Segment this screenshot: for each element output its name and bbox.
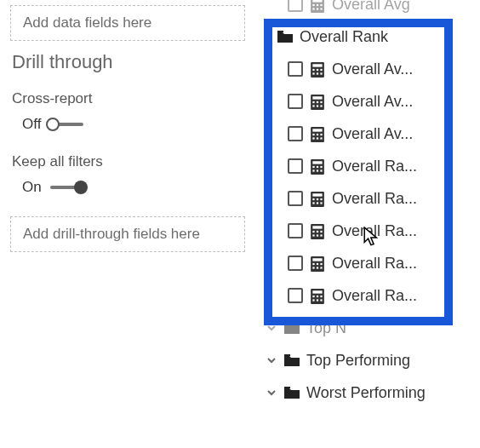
drill-through-dropzone[interactable]: Add drill-through fields here bbox=[10, 216, 245, 252]
drill-through-placeholder: Add drill-through fields here bbox=[23, 226, 200, 242]
svg-rect-47 bbox=[320, 202, 322, 204]
field-label: Overall Av... bbox=[332, 125, 413, 143]
svg-rect-22 bbox=[317, 105, 318, 106]
field-row[interactable]: Overall Ra... bbox=[262, 279, 473, 312]
field-row[interactable]: Overall Av... bbox=[262, 53, 473, 85]
svg-rect-57 bbox=[312, 258, 322, 261]
toggle-knob bbox=[74, 181, 88, 194]
svg-rect-70 bbox=[317, 299, 318, 301]
svg-rect-20 bbox=[320, 101, 322, 103]
svg-rect-58 bbox=[312, 263, 314, 265]
visualizations-pane-left: Add data fields here Drill through Cross… bbox=[0, 0, 255, 448]
checkbox[interactable] bbox=[288, 256, 303, 271]
field-label: Overall Av... bbox=[332, 93, 413, 111]
svg-rect-51 bbox=[317, 231, 318, 233]
cross-report-state-text: Off bbox=[22, 116, 41, 133]
checkbox[interactable] bbox=[288, 223, 303, 238]
folder-top-n[interactable]: Top N bbox=[262, 312, 473, 344]
toggle-knob bbox=[46, 118, 60, 131]
field-row-partial[interactable]: Overall Avg bbox=[262, 0, 473, 20]
checkbox[interactable] bbox=[288, 126, 303, 141]
svg-rect-33 bbox=[312, 161, 322, 164]
svg-rect-68 bbox=[320, 296, 322, 297]
field-row[interactable]: Overall Ra... bbox=[262, 215, 473, 247]
field-label: Overall Ra... bbox=[332, 222, 417, 240]
svg-rect-30 bbox=[317, 137, 318, 139]
svg-rect-3 bbox=[317, 4, 318, 6]
svg-rect-35 bbox=[317, 166, 318, 168]
checkbox[interactable] bbox=[288, 0, 303, 12]
calculator-icon bbox=[310, 224, 325, 238]
keep-all-filters-toggle[interactable]: On bbox=[22, 179, 245, 196]
svg-rect-12 bbox=[320, 69, 322, 71]
svg-rect-7 bbox=[320, 8, 322, 9]
svg-rect-60 bbox=[320, 263, 322, 265]
folder-label: Overall Rank bbox=[300, 28, 388, 46]
folder-overall-rank[interactable]: Overall Rank bbox=[262, 20, 473, 53]
svg-rect-38 bbox=[317, 169, 318, 171]
field-label: Overall Ra... bbox=[332, 255, 417, 273]
svg-rect-34 bbox=[312, 166, 314, 168]
svg-rect-11 bbox=[317, 69, 318, 71]
chevron-down-icon bbox=[266, 388, 277, 398]
checkbox[interactable] bbox=[288, 61, 303, 77]
svg-rect-67 bbox=[317, 296, 318, 297]
calculator-icon bbox=[310, 256, 325, 270]
svg-rect-39 bbox=[320, 169, 322, 171]
calculator-icon bbox=[310, 159, 325, 173]
folder-icon bbox=[277, 30, 293, 43]
field-label: Overall Ra... bbox=[332, 287, 417, 305]
folder-icon bbox=[284, 386, 300, 399]
calculator-icon bbox=[310, 289, 325, 302]
checkbox[interactable] bbox=[288, 158, 303, 174]
field-row[interactable]: Overall Av... bbox=[262, 118, 473, 150]
svg-rect-61 bbox=[312, 267, 314, 268]
checkbox[interactable] bbox=[288, 288, 303, 303]
svg-rect-71 bbox=[320, 299, 322, 301]
svg-rect-19 bbox=[317, 101, 318, 103]
chevron-down-icon bbox=[266, 355, 277, 365]
svg-rect-18 bbox=[312, 101, 314, 103]
folder-worst-performing[interactable]: Worst Performing bbox=[262, 376, 473, 409]
svg-rect-49 bbox=[312, 226, 322, 228]
data-fields-dropzone[interactable]: Add data fields here bbox=[10, 5, 245, 41]
svg-rect-41 bbox=[312, 193, 322, 196]
toggle-track bbox=[50, 186, 84, 189]
toggle-track bbox=[49, 123, 83, 126]
svg-rect-5 bbox=[312, 8, 314, 9]
svg-rect-65 bbox=[312, 290, 322, 293]
calculator-icon bbox=[310, 95, 325, 108]
field-row[interactable]: Overall Ra... bbox=[262, 182, 473, 215]
chevron-down-icon bbox=[266, 323, 277, 333]
svg-rect-6 bbox=[317, 8, 318, 9]
svg-rect-26 bbox=[312, 134, 314, 135]
svg-rect-15 bbox=[320, 72, 322, 74]
svg-rect-63 bbox=[320, 267, 322, 268]
svg-rect-53 bbox=[312, 234, 314, 236]
calculator-icon bbox=[310, 192, 325, 205]
checkbox[interactable] bbox=[288, 191, 303, 206]
svg-rect-1 bbox=[312, 0, 322, 3]
svg-rect-55 bbox=[320, 234, 322, 236]
svg-rect-69 bbox=[312, 299, 314, 301]
svg-rect-31 bbox=[320, 137, 322, 139]
svg-rect-42 bbox=[312, 198, 314, 200]
svg-rect-45 bbox=[312, 202, 314, 204]
folder-top-performing[interactable]: Top Performing bbox=[262, 344, 473, 376]
calculator-icon bbox=[310, 0, 325, 11]
field-row[interactable]: Overall Ra... bbox=[262, 247, 473, 279]
svg-rect-13 bbox=[312, 72, 314, 74]
folder-icon bbox=[284, 321, 300, 335]
svg-rect-17 bbox=[312, 96, 322, 99]
folder-label: Worst Performing bbox=[306, 384, 426, 402]
svg-rect-27 bbox=[317, 134, 318, 135]
fields-pane: Overall Avg Overall Rank Overall Av... O… bbox=[255, 0, 480, 448]
field-label: Overall Ra... bbox=[332, 158, 417, 175]
cross-report-toggle[interactable]: Off bbox=[22, 116, 245, 133]
field-row[interactable]: Overall Av... bbox=[262, 85, 473, 118]
checkbox[interactable] bbox=[288, 94, 303, 109]
svg-rect-28 bbox=[320, 134, 322, 135]
svg-rect-23 bbox=[320, 105, 322, 106]
svg-rect-25 bbox=[312, 129, 322, 131]
field-row[interactable]: Overall Ra... bbox=[262, 150, 473, 182]
